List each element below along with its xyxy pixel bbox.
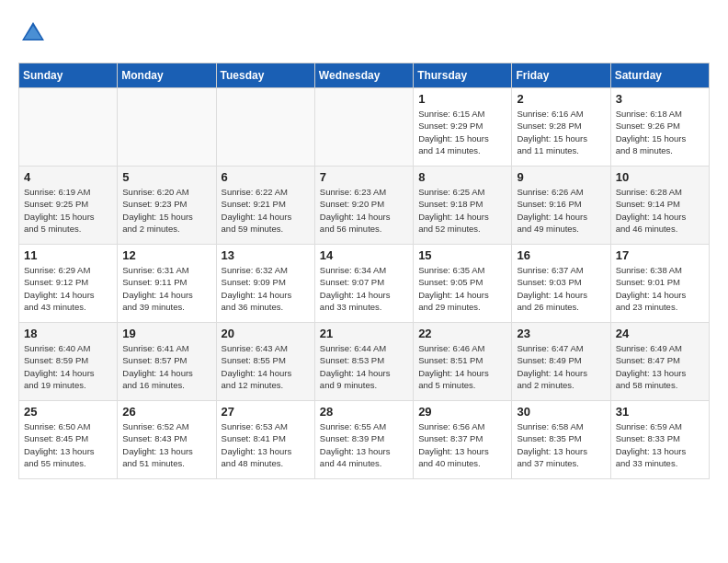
day-info: Sunrise: 6:56 AM Sunset: 8:37 PM Dayligh… [418, 420, 506, 469]
day-cell: 13Sunrise: 6:32 AM Sunset: 9:09 PM Dayli… [216, 245, 314, 323]
day-cell: 23Sunrise: 6:47 AM Sunset: 8:49 PM Dayli… [512, 323, 610, 401]
day-number: 6 [222, 170, 310, 184]
day-number: 20 [222, 327, 310, 340]
day-cell: 3Sunrise: 6:18 AM Sunset: 9:26 PM Daylig… [610, 88, 709, 167]
day-number: 18 [24, 327, 112, 340]
day-cell: 24Sunrise: 6:49 AM Sunset: 8:47 PM Dayli… [610, 323, 709, 401]
week-row-4: 18Sunrise: 6:40 AM Sunset: 8:59 PM Dayli… [19, 323, 710, 401]
column-header-saturday: Saturday [610, 63, 709, 88]
day-number: 25 [24, 405, 112, 419]
day-info: Sunrise: 6:28 AM Sunset: 9:14 PM Dayligh… [616, 186, 704, 235]
day-number: 3 [616, 92, 704, 106]
day-cell: 9Sunrise: 6:26 AM Sunset: 9:16 PM Daylig… [512, 167, 610, 245]
day-info: Sunrise: 6:22 AM Sunset: 9:21 PM Dayligh… [222, 186, 310, 235]
week-row-2: 4Sunrise: 6:19 AM Sunset: 9:25 PM Daylig… [19, 167, 710, 245]
page-header [18, 18, 710, 48]
day-cell: 20Sunrise: 6:43 AM Sunset: 8:55 PM Dayli… [216, 323, 314, 401]
day-info: Sunrise: 6:34 AM Sunset: 9:07 PM Dayligh… [320, 264, 408, 313]
day-number: 13 [222, 248, 310, 262]
day-info: Sunrise: 6:50 AM Sunset: 8:45 PM Dayligh… [24, 420, 112, 469]
column-header-thursday: Thursday [414, 63, 512, 88]
day-number: 29 [418, 405, 506, 419]
day-info: Sunrise: 6:20 AM Sunset: 9:23 PM Dayligh… [122, 186, 210, 235]
day-cell: 25Sunrise: 6:50 AM Sunset: 8:45 PM Dayli… [19, 401, 118, 479]
week-row-1: 1Sunrise: 6:15 AM Sunset: 9:29 PM Daylig… [19, 88, 710, 167]
day-cell: 17Sunrise: 6:38 AM Sunset: 9:01 PM Dayli… [610, 245, 709, 323]
day-number: 11 [24, 248, 112, 262]
day-info: Sunrise: 6:23 AM Sunset: 9:20 PM Dayligh… [320, 186, 408, 235]
day-cell [314, 88, 413, 167]
day-number: 2 [517, 92, 605, 106]
column-header-wednesday: Wednesday [314, 63, 413, 88]
day-info: Sunrise: 6:40 AM Sunset: 8:59 PM Dayligh… [24, 342, 112, 391]
day-number: 8 [418, 170, 506, 184]
calendar-table: SundayMondayTuesdayWednesdayThursdayFrid… [18, 63, 710, 479]
day-cell: 16Sunrise: 6:37 AM Sunset: 9:03 PM Dayli… [512, 245, 610, 323]
header-row: SundayMondayTuesdayWednesdayThursdayFrid… [19, 63, 710, 88]
day-number: 4 [24, 170, 112, 184]
day-cell: 4Sunrise: 6:19 AM Sunset: 9:25 PM Daylig… [19, 167, 118, 245]
day-number: 16 [517, 248, 605, 262]
day-number: 19 [122, 327, 210, 340]
day-info: Sunrise: 6:44 AM Sunset: 8:53 PM Dayligh… [320, 342, 408, 391]
day-number: 5 [122, 170, 210, 184]
day-number: 21 [320, 327, 408, 340]
logo [18, 18, 51, 48]
day-cell: 7Sunrise: 6:23 AM Sunset: 9:20 PM Daylig… [314, 167, 413, 245]
day-number: 14 [320, 248, 408, 262]
day-number: 24 [616, 327, 704, 340]
day-number: 10 [616, 170, 704, 184]
day-info: Sunrise: 6:55 AM Sunset: 8:39 PM Dayligh… [320, 420, 408, 469]
day-info: Sunrise: 6:38 AM Sunset: 9:01 PM Dayligh… [616, 264, 704, 313]
day-info: Sunrise: 6:25 AM Sunset: 9:18 PM Dayligh… [418, 186, 506, 235]
week-row-3: 11Sunrise: 6:29 AM Sunset: 9:12 PM Dayli… [19, 245, 710, 323]
day-number: 27 [222, 405, 310, 419]
day-info: Sunrise: 6:53 AM Sunset: 8:41 PM Dayligh… [222, 420, 310, 469]
day-number: 1 [418, 92, 506, 106]
day-info: Sunrise: 6:49 AM Sunset: 8:47 PM Dayligh… [616, 342, 704, 391]
day-info: Sunrise: 6:19 AM Sunset: 9:25 PM Dayligh… [24, 186, 112, 235]
day-info: Sunrise: 6:26 AM Sunset: 9:16 PM Dayligh… [517, 186, 605, 235]
day-number: 17 [616, 248, 704, 262]
day-cell: 5Sunrise: 6:20 AM Sunset: 9:23 PM Daylig… [118, 167, 216, 245]
day-info: Sunrise: 6:18 AM Sunset: 9:26 PM Dayligh… [616, 108, 704, 156]
day-info: Sunrise: 6:37 AM Sunset: 9:03 PM Dayligh… [517, 264, 605, 313]
day-cell [216, 88, 314, 167]
day-info: Sunrise: 6:35 AM Sunset: 9:05 PM Dayligh… [418, 264, 506, 313]
day-cell: 21Sunrise: 6:44 AM Sunset: 8:53 PM Dayli… [314, 323, 413, 401]
day-cell [118, 88, 216, 167]
day-number: 22 [418, 327, 506, 340]
day-cell: 2Sunrise: 6:16 AM Sunset: 9:28 PM Daylig… [512, 88, 610, 167]
day-number: 7 [320, 170, 408, 184]
day-cell: 27Sunrise: 6:53 AM Sunset: 8:41 PM Dayli… [216, 401, 314, 479]
column-header-tuesday: Tuesday [216, 63, 314, 88]
day-number: 9 [517, 170, 605, 184]
day-cell: 29Sunrise: 6:56 AM Sunset: 8:37 PM Dayli… [414, 401, 512, 479]
day-info: Sunrise: 6:29 AM Sunset: 9:12 PM Dayligh… [24, 264, 112, 313]
day-info: Sunrise: 6:43 AM Sunset: 8:55 PM Dayligh… [222, 342, 310, 391]
day-cell: 14Sunrise: 6:34 AM Sunset: 9:07 PM Dayli… [314, 245, 413, 323]
day-info: Sunrise: 6:59 AM Sunset: 8:33 PM Dayligh… [616, 420, 704, 469]
day-cell: 31Sunrise: 6:59 AM Sunset: 8:33 PM Dayli… [610, 401, 709, 479]
day-cell [19, 88, 118, 167]
day-info: Sunrise: 6:58 AM Sunset: 8:35 PM Dayligh… [517, 420, 605, 469]
day-cell: 12Sunrise: 6:31 AM Sunset: 9:11 PM Dayli… [118, 245, 216, 323]
day-number: 23 [517, 327, 605, 340]
day-cell: 22Sunrise: 6:46 AM Sunset: 8:51 PM Dayli… [414, 323, 512, 401]
day-cell: 11Sunrise: 6:29 AM Sunset: 9:12 PM Dayli… [19, 245, 118, 323]
day-cell: 28Sunrise: 6:55 AM Sunset: 8:39 PM Dayli… [314, 401, 413, 479]
day-cell: 1Sunrise: 6:15 AM Sunset: 9:29 PM Daylig… [414, 88, 512, 167]
column-header-sunday: Sunday [19, 63, 118, 88]
day-cell: 18Sunrise: 6:40 AM Sunset: 8:59 PM Dayli… [19, 323, 118, 401]
day-info: Sunrise: 6:41 AM Sunset: 8:57 PM Dayligh… [122, 342, 210, 391]
day-cell: 26Sunrise: 6:52 AM Sunset: 8:43 PM Dayli… [118, 401, 216, 479]
week-row-5: 25Sunrise: 6:50 AM Sunset: 8:45 PM Dayli… [19, 401, 710, 479]
day-info: Sunrise: 6:31 AM Sunset: 9:11 PM Dayligh… [122, 264, 210, 313]
day-info: Sunrise: 6:46 AM Sunset: 8:51 PM Dayligh… [418, 342, 506, 391]
day-number: 28 [320, 405, 408, 419]
column-header-friday: Friday [512, 63, 610, 88]
day-number: 31 [616, 405, 704, 419]
day-info: Sunrise: 6:32 AM Sunset: 9:09 PM Dayligh… [222, 264, 310, 313]
day-info: Sunrise: 6:15 AM Sunset: 9:29 PM Dayligh… [418, 108, 506, 156]
day-number: 26 [122, 405, 210, 419]
